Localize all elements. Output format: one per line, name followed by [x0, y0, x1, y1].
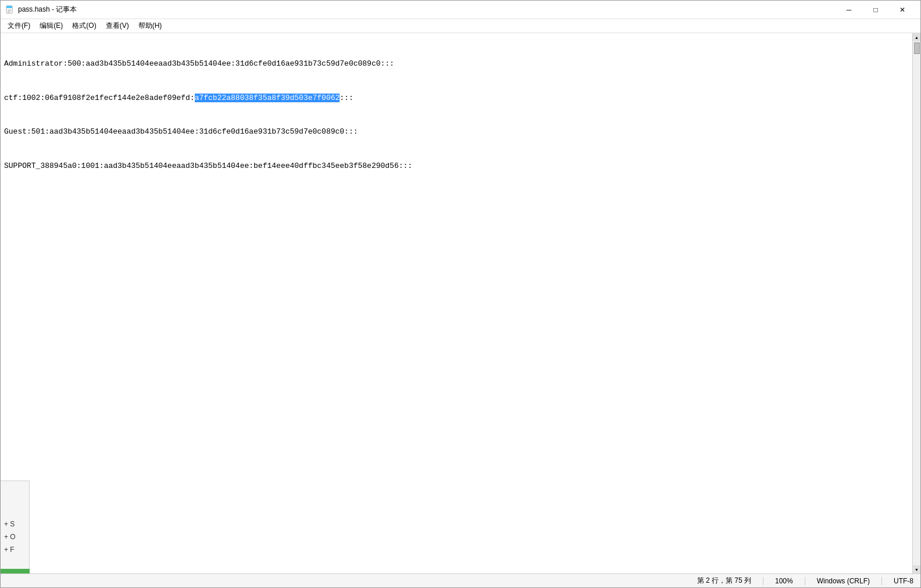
- menu-bar: 文件(F) 编辑(E) 格式(O) 查看(V) 帮助(H): [1, 19, 920, 33]
- maximize-button[interactable]: □: [862, 1, 889, 19]
- selected-text: a7fcb22a88038f35a8f39d503e7f0062: [195, 94, 340, 102]
- side-panel-bar: [1, 569, 30, 573]
- line-2: ctf:1002:06af9108f2e1fecf144e2e8adef09ef…: [4, 92, 909, 104]
- notepad-window: pass.hash - 记事本 ─ □ ✕ 文件(F) 编辑(E) 格式(O) …: [0, 0, 921, 588]
- scrollbar-track[interactable]: [913, 41, 920, 565]
- text-editor[interactable]: Administrator:500:aad3b435b51404eeaad3b4…: [1, 33, 912, 573]
- side-panel-item-s[interactable]: + S: [3, 518, 29, 530]
- title-bar: pass.hash - 记事本 ─ □ ✕: [1, 1, 920, 19]
- scrollbar-thumb[interactable]: [914, 42, 920, 54]
- minimize-button[interactable]: ─: [836, 1, 862, 19]
- status-divider-1: [763, 577, 763, 585]
- editor-area: Administrator:500:aad3b435b51404eeaad3b4…: [1, 33, 920, 573]
- status-line-ending: Windows (CRLF): [817, 577, 870, 585]
- menu-format[interactable]: 格式(O): [67, 20, 101, 32]
- menu-file[interactable]: 文件(F): [3, 20, 35, 32]
- close-button[interactable]: ✕: [889, 1, 916, 19]
- status-divider-3: [881, 577, 882, 585]
- status-bar: 第 2 行，第 75 列 100% Windows (CRLF) UTF-8: [1, 573, 920, 587]
- window-controls: ─ □ ✕: [836, 1, 916, 19]
- notepad-icon: [5, 5, 15, 15]
- status-divider-2: [805, 577, 805, 585]
- scroll-down-button[interactable]: ▼: [913, 565, 921, 573]
- menu-view[interactable]: 查看(V): [101, 20, 134, 32]
- line-4: SUPPORT_388945a0:1001:aad3b435b51404eeaa…: [4, 160, 909, 172]
- window-title: pass.hash - 记事本: [18, 5, 836, 15]
- status-position: 第 2 行，第 75 列: [697, 576, 751, 586]
- scrollbar-vertical[interactable]: ▲ ▼: [912, 33, 920, 573]
- menu-edit[interactable]: 编辑(E): [35, 20, 67, 32]
- side-panel-item-o[interactable]: + O: [3, 530, 29, 543]
- side-panel: + S + O + F: [1, 481, 30, 573]
- side-panel-item-f[interactable]: + F: [3, 543, 29, 556]
- scroll-up-button[interactable]: ▲: [913, 33, 921, 41]
- svg-rect-1: [6, 6, 12, 8]
- status-zoom: 100%: [775, 577, 793, 585]
- menu-help[interactable]: 帮助(H): [134, 20, 167, 32]
- line-3: Guest:501:aad3b435b51404eeaad3b435b51404…: [4, 126, 909, 138]
- line-1: Administrator:500:aad3b435b51404eeaad3b4…: [4, 58, 909, 70]
- status-encoding: UTF-8: [894, 577, 913, 585]
